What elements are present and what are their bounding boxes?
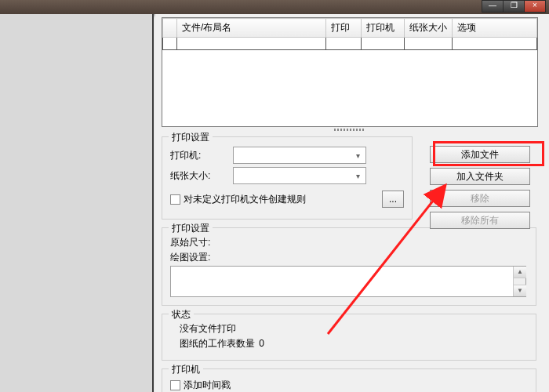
status-group: 状态 没有文件打印 图纸的工作表数量 0: [162, 314, 536, 361]
col-print[interactable]: 打印: [326, 19, 362, 38]
status-sheetcount: 图纸的工作表数量 0: [180, 337, 528, 350]
add-folder-button[interactable]: 加入文件夹: [430, 168, 530, 185]
draw-settings-label: 绘图设置:: [170, 251, 528, 264]
col-printer[interactable]: 打印机: [362, 19, 405, 38]
table-row[interactable]: [163, 38, 537, 50]
scrollbar-vertical[interactable]: [513, 267, 525, 296]
add-timestamp-checkbox[interactable]: [170, 380, 180, 390]
print-settings2-legend: 打印设置: [169, 222, 213, 235]
file-table-header-row: 文件/布局名 打印 打印机 纸张大小 选项: [163, 19, 537, 38]
print-settings-group: 打印设置 打印机: ▾ 纸张大小: ▾ 对未定义打印机文件创建规则 ...: [162, 136, 413, 220]
original-size-label: 原始尺寸:: [170, 236, 528, 249]
window-controls: — ❐ ×: [482, 0, 546, 13]
chevron-down-icon: ▾: [351, 149, 364, 162]
create-rule-label: 对未定义打印机文件创建规则: [184, 193, 306, 206]
printer-label: 打印机:: [170, 149, 233, 162]
print-settings-legend: 打印设置: [169, 131, 213, 144]
file-table-wrap: 文件/布局名 打印 打印机 纸张大小 选项: [162, 17, 538, 127]
chevron-down-icon: ▾: [351, 169, 364, 182]
create-rule-checkbox[interactable]: [170, 194, 180, 205]
printer-combo[interactable]: ▾: [233, 147, 366, 164]
col-options[interactable]: 选项: [453, 19, 537, 38]
window-maximize-button[interactable]: ❐: [503, 0, 525, 13]
remove-button[interactable]: 移除: [430, 190, 530, 207]
papersize-combo[interactable]: ▾: [233, 167, 366, 184]
status-legend: 状态: [169, 308, 194, 321]
more-rules-button[interactable]: ...: [382, 191, 404, 208]
col-papersize[interactable]: 纸张大小: [405, 19, 453, 38]
papersize-label: 纸张大小:: [170, 169, 233, 183]
window-titlebar: — ❐ ×: [0, 0, 549, 14]
printer-group-legend: 打印机: [169, 363, 203, 376]
table-resizer-handle[interactable]: [162, 127, 538, 132]
print-settings2-group: 打印设置 原始尺寸: 绘图设置:: [162, 227, 536, 306]
left-panel: [0, 14, 154, 392]
add-file-button[interactable]: 添加文件: [430, 146, 530, 163]
col-rownum[interactable]: [163, 19, 177, 38]
window-minimize-button[interactable]: —: [482, 0, 504, 13]
remove-all-button[interactable]: 移除所有: [430, 212, 530, 229]
status-sheetcount-value: 0: [259, 338, 264, 349]
col-filename[interactable]: 文件/布局名: [177, 19, 326, 38]
main-panel: 文件/布局名 打印 打印机 纸张大小 选项 打印设置 打印机: ▾: [155, 14, 549, 392]
status-sheetcount-label: 图纸的工作表数量: [180, 338, 255, 349]
add-timestamp-label: 添加时间戳: [184, 379, 231, 392]
printer-group: 打印机 添加时间戳: [162, 368, 536, 392]
file-action-buttons: 添加文件 加入文件夹 移除 移除所有: [430, 146, 540, 234]
draw-settings-textarea[interactable]: [170, 266, 526, 297]
file-table[interactable]: 文件/布局名 打印 打印机 纸张大小 选项: [162, 18, 537, 50]
status-nofile: 没有文件打印: [180, 322, 528, 336]
window-close-button[interactable]: ×: [524, 0, 546, 13]
